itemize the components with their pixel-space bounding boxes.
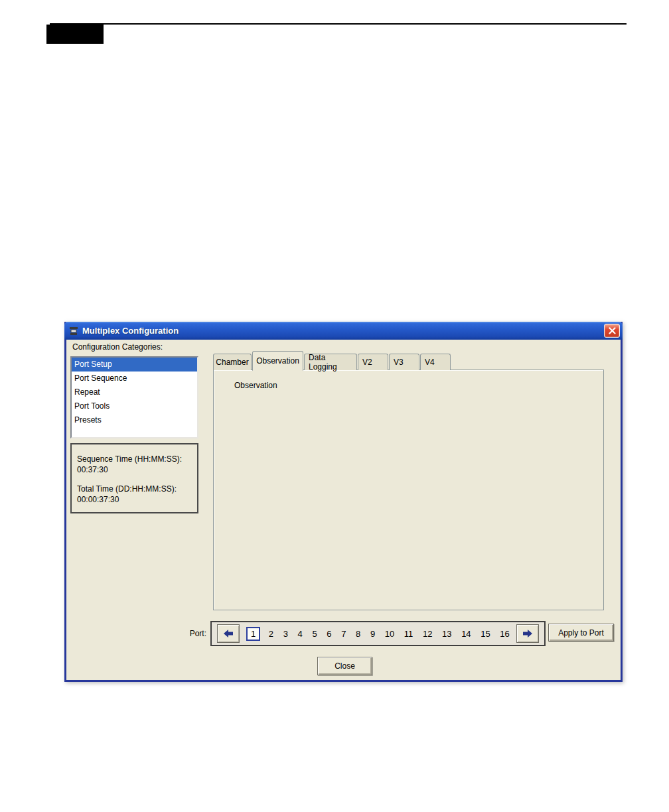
next-port-button[interactable] (516, 624, 539, 643)
port-number-15[interactable]: 15 (479, 628, 491, 640)
sidebar-item-presets[interactable]: Presets (72, 413, 197, 427)
port-number-4[interactable]: 4 (297, 628, 304, 640)
sidebar-item-port-sequence[interactable]: Port Sequence (72, 372, 197, 385)
sequence-time-label: Sequence Time (HH:MM:SS): (77, 454, 192, 464)
port-number-5[interactable]: 5 (311, 628, 318, 640)
sidebar-item-port-setup[interactable]: Port Setup (72, 358, 197, 372)
configuration-categories-listbox[interactable]: Port Setup Port Sequence Repeat Port Too… (70, 356, 198, 439)
previous-port-button[interactable] (217, 624, 240, 643)
port-number-13[interactable]: 13 (441, 628, 453, 640)
dialog-titlebar[interactable]: Multiplex Configuration (64, 322, 623, 340)
sidebar-item-repeat[interactable]: Repeat (72, 385, 197, 399)
redacted-header-block (46, 25, 104, 44)
arrow-right-icon (522, 629, 534, 638)
tab-v4[interactable]: V4 (420, 354, 451, 370)
multiplex-configuration-dialog: Multiplex Configuration Configuration Ca… (64, 322, 623, 682)
sequence-time-value: 00:37:30 (77, 464, 192, 475)
port-number-6[interactable]: 6 (325, 628, 333, 640)
port-number-8[interactable]: 8 (354, 628, 362, 640)
tab-v3[interactable]: V3 (389, 354, 419, 370)
port-number-16[interactable]: 16 (498, 628, 510, 640)
header-rule (50, 23, 627, 25)
tab-data-logging[interactable]: Data Logging (304, 354, 357, 370)
port-number-14[interactable]: 14 (460, 628, 472, 640)
port-number-12[interactable]: 12 (421, 628, 433, 640)
port-number-list: 1 2 3 4 5 6 7 8 9 10 11 12 13 14 15 16 (246, 622, 511, 645)
port-label: Port: (185, 629, 206, 638)
page: Multiplex Configuration Configuration Ca… (0, 0, 669, 812)
tab-content-pane (213, 370, 604, 610)
dialog-title: Multiplex Configuration (82, 326, 179, 336)
port-selector-panel: 1 2 3 4 5 6 7 8 9 10 11 12 13 14 15 16 (210, 621, 546, 646)
port-number-2[interactable]: 2 (267, 628, 275, 640)
close-window-button[interactable] (604, 324, 620, 338)
observation-group-legend: Observation (232, 381, 280, 390)
configuration-categories-label: Configuration Categories: (72, 342, 163, 352)
port-number-7[interactable]: 7 (340, 628, 347, 640)
arrow-left-icon (222, 629, 234, 638)
app-icon (68, 326, 79, 336)
close-icon (609, 327, 616, 334)
tab-chamber[interactable]: Chamber (213, 354, 252, 370)
port-number-10[interactable]: 10 (384, 628, 396, 640)
total-time-value: 00:00:37:30 (77, 494, 192, 505)
port-number-9[interactable]: 9 (369, 628, 376, 640)
port-number-11[interactable]: 11 (403, 628, 415, 640)
tab-strip: Chamber Observation Data Logging V2 V3 V… (213, 350, 451, 370)
times-frame: Sequence Time (HH:MM:SS): 00:37:30 Total… (70, 443, 198, 513)
tab-v2[interactable]: V2 (358, 354, 388, 370)
total-time-label: Total Time (DD:HH:MM:SS): (77, 484, 192, 494)
port-number-3[interactable]: 3 (282, 628, 289, 640)
tab-observation[interactable]: Observation (252, 351, 303, 371)
port-number-1[interactable]: 1 (246, 627, 260, 641)
close-button[interactable]: Close (317, 657, 372, 675)
sidebar-item-port-tools[interactable]: Port Tools (72, 399, 197, 413)
apply-to-port-button[interactable]: Apply to Port (548, 624, 614, 642)
